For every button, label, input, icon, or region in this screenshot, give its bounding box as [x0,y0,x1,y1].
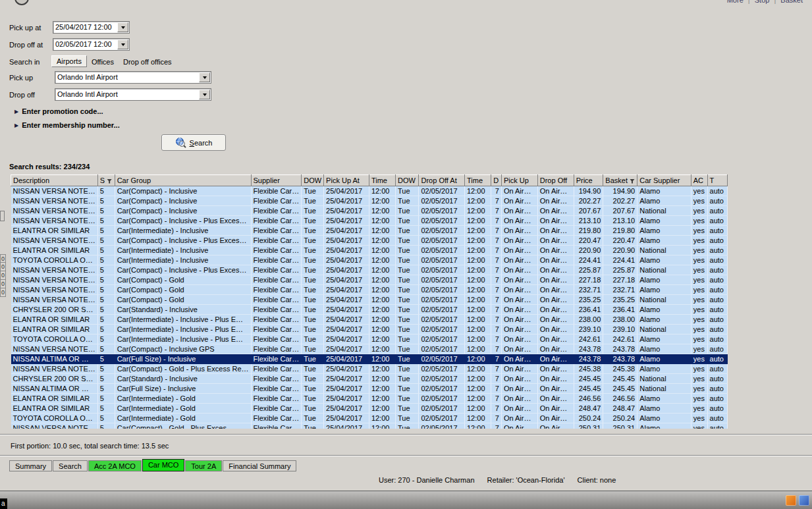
dropoff-at-field[interactable]: 02/05/2017 12:00 [53,38,130,51]
column-header-car-group[interactable]: Car Group [115,175,251,186]
dropoff-at-dropdown-button[interactable] [117,40,128,49]
result-cell: Tue [396,404,419,414]
result-row[interactable]: ELANTRA OR SIMILAR5Car(Intermediate) - G… [11,394,728,404]
result-row[interactable]: NISSAN VERSA NOTE…5Car(Compact) - Inclus… [11,236,728,246]
result-row[interactable]: NISSAN VERSA NOTE…5Car(Compact) - Inclus… [11,265,728,275]
result-cell: auto [707,384,727,394]
more-button[interactable]: More [727,0,744,4]
result-cell: 7 [491,275,502,285]
result-cell: Flexible Car… [251,265,302,275]
result-row[interactable]: NISSAN VERSA NOTE…5Car(Compact) - Gold -… [11,364,728,374]
column-header-dow[interactable]: DOW [302,175,324,186]
result-row[interactable]: TOYOTA COROLLA O…5Car(Intermediate) - Go… [11,414,728,423]
result-row[interactable]: ELANTRA OR SIMILAR5Car(Intermediate) - I… [11,226,728,236]
result-cell: 7 [491,414,502,423]
bottom-tab-car-mco[interactable]: Car MCO [142,459,184,471]
column-header-label: Drop Off [540,176,567,184]
result-row[interactable]: ELANTRA OR SIMILAR5Car(Intermediate) - G… [11,404,728,414]
dropoff-location-dropdown-button[interactable] [199,90,210,99]
result-row[interactable]: NISSAN VERSA NOTE…5Car(Compact) - GoldFl… [11,295,728,305]
bottom-tab-acc-2a-mco[interactable]: Acc 2A MCO [88,460,142,471]
result-row[interactable]: ELANTRA OR SIMILAR5Car(Intermediate) - I… [11,315,728,325]
result-row[interactable]: NISSAN VERSA NOTE…5Car(Compact) - Inclus… [11,186,728,196]
bottom-tab-search[interactable]: Search [53,460,88,471]
tab-offices[interactable]: Offices [87,57,119,67]
column-header-drop-off[interactable]: Drop Off [537,175,574,186]
result-cell: auto [707,374,727,384]
tray-icon-orange[interactable] [786,495,796,506]
tab-dropoff-offices[interactable]: Drop off offices [119,57,176,67]
tray-icon-blue[interactable] [799,495,809,506]
pickup-location-combobox[interactable]: Orlando Intl Airport [55,71,211,84]
result-cell: Alamo [637,255,691,265]
pickup-location-dropdown-button[interactable] [199,72,210,82]
result-row[interactable]: NISSAN VERSA NOTE…5Car(Compact) - GoldFl… [11,285,728,295]
column-header-dow[interactable]: DOW [396,175,419,186]
result-cell: 12:00 [465,265,491,275]
bottom-tab-financial-summary[interactable]: Financial Summary [223,460,296,471]
result-cell: auto [707,236,727,246]
result-row[interactable]: CHRYSLER 200 OR S…5Car(Standard) - Inclu… [11,374,728,384]
result-cell: 25/04/2017 [324,196,369,206]
result-cell: 02/05/2017 [419,186,465,196]
column-header-car-supplier[interactable]: Car Supplier [637,175,691,186]
result-row[interactable]: NISSAN VERSA NOTE…5Car(Compact) - GoldFl… [11,275,728,285]
promo-code-expander[interactable]: ▶Enter promotion code... [14,107,103,115]
column-header-drop-off-at[interactable]: Drop Off At [419,175,465,186]
pickup-at-dropdown-button[interactable] [117,22,128,32]
result-cell: NISSAN VERSA NOTE… [11,216,98,226]
column-header-price[interactable]: Price [574,175,603,186]
result-row[interactable]: CHRYSLER 200 OR S…5Car(Standard) - Inclu… [11,305,728,315]
result-cell: Alamo [637,414,691,423]
search-timing-status: First portion: 10.0 sec, total search ti… [11,442,169,450]
result-cell: On Air… [537,186,574,196]
column-header-description[interactable]: Description [11,175,98,186]
tab-airports[interactable]: Airports [51,55,87,67]
result-cell: 25/04/2017 [324,216,369,226]
result-cell: CHRYSLER 200 OR S… [11,305,98,315]
result-cell: 250.24 [574,414,603,423]
result-row[interactable]: NISSAN VERSA NOTE…5Car(Compact) - Inclus… [11,196,728,206]
result-cell: 5 [97,394,115,404]
column-header-pick-up[interactable]: Pick Up [501,175,537,186]
result-cell: On Air… [501,305,537,315]
column-header-ac[interactable]: AC [691,175,707,186]
result-row[interactable]: NISSAN VERSA NOTE…5Car(Compact) - Inclus… [11,216,728,226]
bottom-tab-bar: SummarySearchAcc 2A MCOCar MCOTour 2AFin… [9,459,297,471]
result-row[interactable]: ELANTRA OR SIMILAR5Car(Intermediate) - I… [11,325,728,335]
result-cell: 250.24 [603,414,637,423]
result-row[interactable]: NISSAN VERSA NOTE…5Car(Compact) - Gold -… [11,423,728,429]
column-header-basket[interactable]: Basket [603,175,637,186]
result-cell: yes [691,216,707,226]
result-row[interactable]: NISSAN VERSA NOTE…5Car(Compact) - Inclus… [11,344,728,354]
result-row[interactable]: NISSAN VERSA NOTE…5Car(Compact) - Inclus… [11,206,728,216]
pickup-at-field[interactable]: 25/04/2017 12:00 [53,21,130,34]
column-header-s[interactable]: S [97,175,115,186]
result-cell: 5 [97,295,115,305]
dropoff-location-combobox[interactable]: Orlando Intl Airport [55,88,211,101]
search-button[interactable]: Search [161,134,226,151]
result-row[interactable]: ELANTRA OR SIMILAR5Car(Intermediate) - I… [11,246,728,255]
column-header-d[interactable]: D [491,175,502,186]
column-header-label: S [100,176,105,184]
result-cell: 02/05/2017 [419,315,465,325]
bottom-tab-summary[interactable]: Summary [9,460,52,471]
result-cell: On Air… [501,364,537,374]
result-row[interactable]: TOYOTA COROLLA O…5Car(Intermediate) - In… [11,335,728,344]
column-header-time[interactable]: Time [465,175,491,186]
column-header-t[interactable]: T [707,175,727,186]
result-row[interactable]: NISSAN ALTIMA OR …5Car(Full Size) - Incl… [11,384,728,394]
column-header-pick-up-at[interactable]: Pick Up At [324,175,369,186]
column-header-time[interactable]: Time [369,175,395,186]
column-header-supplier[interactable]: Supplier [251,175,302,186]
membership-number-expander[interactable]: ▶Enter membership number... [14,121,120,129]
stop-button[interactable]: Stop [755,0,770,4]
bottom-tab-tour-2a[interactable]: Tour 2A [185,460,222,471]
result-cell: 5 [97,404,115,414]
result-row[interactable]: NISSAN ALTIMA OR …5Car(Full Size) - Incl… [11,354,728,364]
result-cell: Alamo [637,285,691,295]
result-cell: National [637,265,691,275]
result-row[interactable]: TOYOTA COROLLA O…5Car(Intermediate) - In… [11,255,728,265]
basket-button[interactable]: Basket [780,0,803,4]
filter-icon [107,179,112,184]
